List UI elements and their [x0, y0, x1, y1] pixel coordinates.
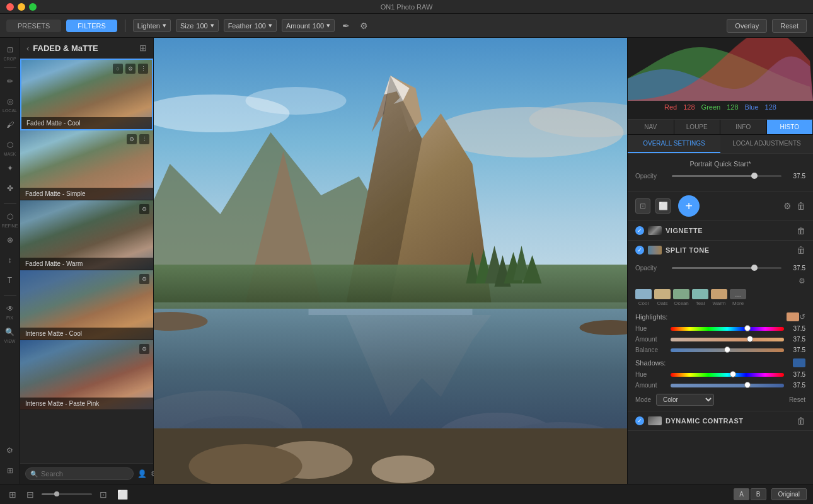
split-tone-opacity-track[interactable] [672, 267, 781, 269]
tab-overall-settings[interactable]: OVERALL SETTINGS [628, 135, 720, 153]
color-swatch-teal[interactable] [692, 289, 708, 299]
feather-select[interactable]: Feather 100 ▾ [224, 19, 277, 32]
add-filter-button[interactable]: + [678, 195, 700, 217]
vignette-delete-button[interactable]: 🗑 [797, 226, 805, 236]
brush-tool-icon[interactable]: 🖌 [2, 117, 18, 133]
presets-tab[interactable]: PRESETS [6, 20, 61, 32]
stamp-tool-icon[interactable]: ⊕ [2, 232, 18, 248]
crop-tool-icon[interactable]: ⊡ [2, 42, 18, 58]
tab-local-adjustments[interactable]: LOCAL ADJUSTMENTS [720, 135, 813, 153]
histogram-panel-icon[interactable]: ⊟ [24, 488, 37, 501]
view-btn-a[interactable]: A [734, 488, 749, 500]
preset-item-faded-matte-simple[interactable]: Faded Matte - Simple ⚙ ⋮ [20, 130, 153, 200]
dynamic-contrast-delete-button[interactable]: 🗑 [797, 416, 805, 426]
preset-icon-dots-2[interactable]: ⋮ [139, 134, 149, 144]
amount-highlights-slider[interactable] [671, 338, 784, 341]
presets-header: ‹ FADED & MaTTE ⊞ [20, 38, 153, 59]
preset-icon-gear-5[interactable]: ⚙ [139, 344, 149, 354]
opacity-slider-track[interactable] [672, 175, 781, 177]
zoom-slider-track[interactable] [42, 493, 92, 495]
mode-select[interactable]: Color Luminosity [656, 394, 714, 406]
settings-bottom-icon[interactable]: ⚙ [2, 442, 18, 459]
local-tool-icon[interactable]: ◎ [2, 93, 18, 110]
size-select[interactable]: Size 100 ▾ [176, 19, 219, 32]
tool-group-healing: ✤ [2, 180, 18, 197]
clone-tool-icon[interactable]: ✦ [2, 160, 18, 176]
maximize-button[interactable] [29, 3, 37, 11]
eyedropper-icon[interactable]: ✒ [340, 20, 352, 32]
layers-panel-icon[interactable]: ⊞ [6, 488, 19, 501]
nav-tab-nav[interactable]: NAV [628, 120, 674, 134]
search-person-icon[interactable]: 👤 [137, 467, 147, 480]
reset-button[interactable]: Reset [772, 19, 807, 33]
fit-view-icon[interactable]: ⊡ [97, 488, 110, 501]
retouch-tool-icon[interactable]: ✏ [2, 73, 18, 89]
shadow-hue-slider[interactable] [671, 373, 784, 377]
layers-icon[interactable]: ⊡ [635, 198, 650, 214]
preset-icon-gear-2[interactable]: ⚙ [127, 134, 137, 144]
gear-icon[interactable]: ⚙ [357, 20, 371, 32]
preset-icon-dots-1[interactable]: ⋮ [138, 64, 148, 74]
search-input[interactable] [25, 467, 134, 480]
tool-group-type: T [2, 272, 18, 289]
color-swatch-oats[interactable] [654, 289, 671, 299]
vignette-checkbox[interactable]: ✓ [635, 226, 644, 235]
vignette-thumb [648, 226, 662, 235]
split-tone-checkbox[interactable]: ✓ [635, 246, 644, 255]
color-swatch-cool[interactable] [635, 289, 652, 299]
tool-group-move: ↕ [2, 252, 18, 268]
image-area [154, 38, 627, 484]
color-swatch-ocean[interactable] [673, 289, 689, 299]
preset-item-faded-matte-cool[interactable]: Faded Matte - Cool ○ ⚙ ⋮ [20, 59, 153, 130]
type-tool-icon[interactable]: T [2, 272, 18, 289]
hue-highlights-slider[interactable] [671, 327, 784, 331]
preset-icons-4: ⚙ [139, 274, 149, 284]
original-view-button[interactable]: Original [771, 488, 807, 500]
shadow-amount-slider[interactable] [671, 384, 784, 387]
grid-bottom-icon[interactable]: ⊞ [2, 462, 18, 479]
tool-group-mask: ⬡ MASK [2, 137, 18, 156]
compare-icon[interactable]: ⬜ [655, 198, 671, 214]
balance-slider[interactable] [671, 348, 784, 352]
color-swatch-more[interactable]: … [730, 289, 746, 299]
tool-separator-2 [4, 203, 16, 203]
preset-item-faded-matte-warm[interactable]: Faded Matte - Warm ⚙ [20, 200, 153, 270]
fullscreen-icon[interactable]: ⬜ [115, 488, 130, 501]
presets-panel-title: FADED & MaTTE [33, 43, 136, 53]
dynamic-contrast-header: ✓ DYNAMIC CONTRAST 🗑 [628, 411, 813, 430]
presets-grid-toggle[interactable]: ⊞ [139, 43, 147, 53]
zoom-tool-icon[interactable]: 🔍 [2, 324, 18, 340]
close-button[interactable] [6, 3, 14, 11]
nav-tab-info[interactable]: INFO [720, 120, 767, 134]
split-tone-reset-link[interactable]: Reset [789, 396, 805, 403]
minimize-button[interactable] [18, 3, 25, 11]
move-tool-icon[interactable]: ↕ [2, 252, 18, 268]
nav-tab-histo[interactable]: HISTO [767, 120, 814, 134]
mask-tool-icon[interactable]: ⬡ [2, 137, 18, 153]
preset-icon-gear-3[interactable]: ⚙ [139, 204, 149, 214]
preset-icon-gear-4[interactable]: ⚙ [139, 274, 149, 284]
preset-icon-gear-1[interactable]: ⚙ [125, 64, 136, 74]
split-tone-delete-button[interactable]: 🗑 [797, 245, 805, 255]
filters-tab[interactable]: FILTERS [66, 20, 117, 32]
overlay-button[interactable]: Overlay [727, 19, 767, 33]
preset-icon-circle-1[interactable]: ○ [113, 64, 123, 74]
refine-tool-icon[interactable]: ⬡ [2, 209, 18, 225]
back-arrow-icon[interactable]: ‹ [26, 43, 29, 53]
nav-tab-loupe[interactable]: LOUPE [674, 120, 721, 134]
highlights-reset-icon[interactable]: ↺ [799, 312, 805, 321]
highlights-color-swatch[interactable] [787, 312, 799, 321]
preset-item-intense-matte-cool[interactable]: Intense Matte - Cool ⚙ [20, 270, 153, 340]
view-tool-icon[interactable]: 👁 [2, 301, 18, 317]
filter-trash-icon[interactable]: 🗑 [797, 201, 805, 211]
split-tone-settings-icon[interactable]: ⚙ [799, 277, 805, 285]
view-btn-b[interactable]: B [751, 488, 766, 500]
shadows-color-swatch[interactable] [793, 358, 805, 367]
dynamic-contrast-checkbox[interactable]: ✓ [635, 416, 644, 425]
color-swatch-warm[interactable] [711, 289, 727, 299]
filter-gear-icon[interactable]: ⚙ [783, 201, 792, 211]
healing-tool-icon[interactable]: ✤ [2, 180, 18, 197]
lighten-select[interactable]: Lighten ▾ [133, 19, 171, 32]
preset-item-intense-matte-paste-pink[interactable]: Intense Matte - Paste Pink ⚙ [20, 340, 153, 410]
amount-select[interactable]: Amount 100 ▾ [282, 19, 335, 32]
